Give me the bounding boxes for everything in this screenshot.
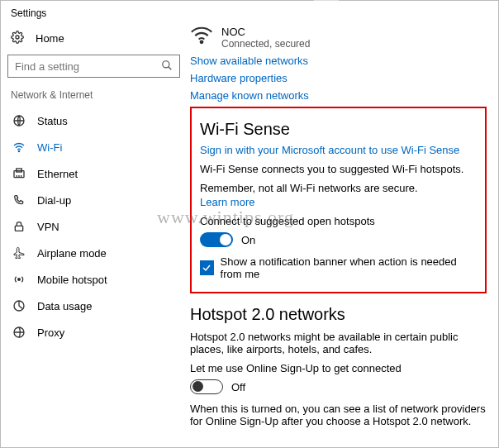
nav-label: Airplane mode (37, 247, 107, 260)
status-icon (12, 114, 26, 127)
sidebar: Home Network & Internet Status Wi-Fi Eth… (1, 22, 187, 447)
toggle-state: Off (231, 381, 245, 393)
toggle-state: On (241, 234, 255, 246)
nav-label: Data usage (37, 300, 93, 312)
current-connection: NOC Connected, secured (190, 26, 487, 50)
learn-more-link[interactable]: Learn more (200, 196, 477, 208)
home-button[interactable]: Home (7, 26, 180, 55)
sidebar-item-proxy[interactable]: Proxy (7, 319, 180, 346)
search-input[interactable] (7, 55, 180, 78)
signin-link[interactable]: Sign in with your Microsoft account to u… (200, 144, 477, 156)
svg-point-0 (16, 36, 19, 39)
main-panel: NOC Connected, secured Show available ne… (187, 22, 498, 447)
nav-label: Status (37, 115, 68, 127)
connection-status: Connected, secured (221, 38, 310, 50)
nav-label: Ethernet (37, 168, 78, 180)
notify-label: Show a notification banner when action i… (221, 255, 477, 280)
signup-toggle[interactable] (190, 379, 223, 394)
wifi-sense-remember: Remember, not all Wi-Fi networks are sec… (200, 182, 477, 194)
connection-name: NOC (221, 26, 310, 38)
hotspot2-note: When this is turned on, you can see a li… (190, 403, 487, 427)
connect-hotspots-toggle[interactable] (200, 232, 233, 247)
nav-label: Dial-up (37, 194, 71, 207)
svg-point-14 (201, 41, 203, 43)
hotspot-icon (12, 273, 26, 286)
nav-label: Mobile hotspot (37, 274, 107, 286)
dialup-icon (12, 193, 26, 207)
wifi-connection-icon (190, 26, 213, 46)
sidebar-item-status[interactable]: Status (7, 107, 180, 134)
nav-label: VPN (37, 221, 59, 233)
hotspot2-desc: Hotspot 2.0 networks might be available … (190, 331, 487, 355)
data-usage-icon (12, 299, 26, 312)
proxy-icon (12, 326, 26, 339)
nav-label: Proxy (37, 326, 64, 339)
svg-line-2 (169, 66, 172, 69)
sidebar-item-vpn[interactable]: VPN (7, 213, 180, 240)
hardware-properties-link[interactable]: Hardware properties (190, 72, 487, 84)
svg-point-1 (163, 60, 169, 67)
wifi-sense-desc: Wi-Fi Sense connects you to suggested Wi… (200, 163, 477, 175)
manage-known-networks-link[interactable]: Manage known networks (190, 89, 487, 102)
category-label: Network & Internet (11, 89, 180, 101)
wifi-icon (12, 141, 26, 154)
hotspot2-title: Hotspot 2.0 networks (190, 305, 487, 324)
sidebar-item-airplane[interactable]: Airplane mode (7, 240, 180, 266)
sidebar-item-hotspot[interactable]: Mobile hotspot (7, 266, 180, 293)
svg-rect-10 (15, 226, 22, 231)
window-title: Settings (1, 1, 498, 22)
nav-label: Wi-Fi (37, 141, 62, 154)
connect-hotspots-label: Connect to suggested open hotspots (200, 215, 477, 227)
wifi-sense-section: Wi-Fi Sense Sign in with your Microsoft … (190, 107, 487, 293)
svg-point-4 (18, 150, 19, 151)
wifi-sense-title: Wi-Fi Sense (200, 120, 477, 139)
show-available-networks-link[interactable]: Show available networks (190, 55, 487, 67)
vpn-icon (12, 220, 26, 233)
ethernet-icon (12, 167, 26, 180)
sidebar-item-dialup[interactable]: Dial-up (7, 187, 180, 213)
airplane-icon (12, 246, 26, 260)
sidebar-item-ethernet[interactable]: Ethernet (7, 160, 180, 187)
notify-checkbox[interactable] (200, 260, 214, 275)
gear-icon (11, 31, 26, 46)
search-field[interactable] (15, 60, 155, 73)
sidebar-item-wifi[interactable]: Wi-Fi (7, 134, 180, 160)
signup-label: Let me use Online Sign-Up to get connect… (190, 362, 487, 374)
search-icon (161, 60, 173, 74)
svg-point-11 (18, 279, 21, 281)
home-label: Home (36, 32, 64, 45)
sidebar-item-datausage[interactable]: Data usage (7, 293, 180, 319)
